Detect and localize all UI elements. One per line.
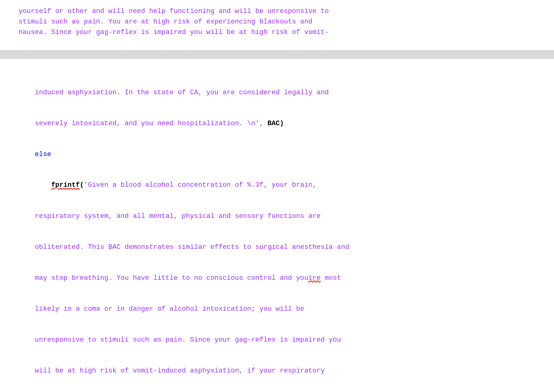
top-line-1: yourself or other and will need help fun…: [19, 6, 535, 17]
code-line-respiratory: respiratory system, and all mental, phys…: [19, 201, 535, 232]
code-line-vomit: will be at high risk of vomit-induced as…: [19, 356, 535, 386]
scrollbar-area[interactable]: [0, 50, 554, 59]
code-line-else: else: [19, 139, 535, 170]
code-line-fprintf: fprintf('Given a blood alcohol concentra…: [19, 170, 535, 201]
code-line-coma: likely in a coma or in danger of alcohol…: [19, 294, 535, 325]
top-line-3: nausea. Since your gag-reflex is impaire…: [19, 27, 535, 38]
code-line-obliterated: obliterated. This BAC demonstrates simil…: [19, 232, 535, 263]
code-line-breathing: may stop breathing. You have little to n…: [19, 263, 535, 294]
code-line-unresponsive: unresponsive to stimuli such as pain. Si…: [19, 325, 535, 356]
bottom-section: induced asphyxiation. In the state of CA…: [0, 59, 554, 392]
top-section: yourself or other and will need help fun…: [0, 0, 554, 50]
code-line-system: system has not slowed down to a stop. In…: [19, 386, 535, 392]
code-line-hospitalization: severely intoxicated, and you need hospi…: [19, 108, 535, 139]
top-line-2: stimuli such as pain. You are at high ri…: [19, 17, 535, 27]
code-line-induced: induced asphyxiation. In the state of CA…: [19, 77, 535, 108]
